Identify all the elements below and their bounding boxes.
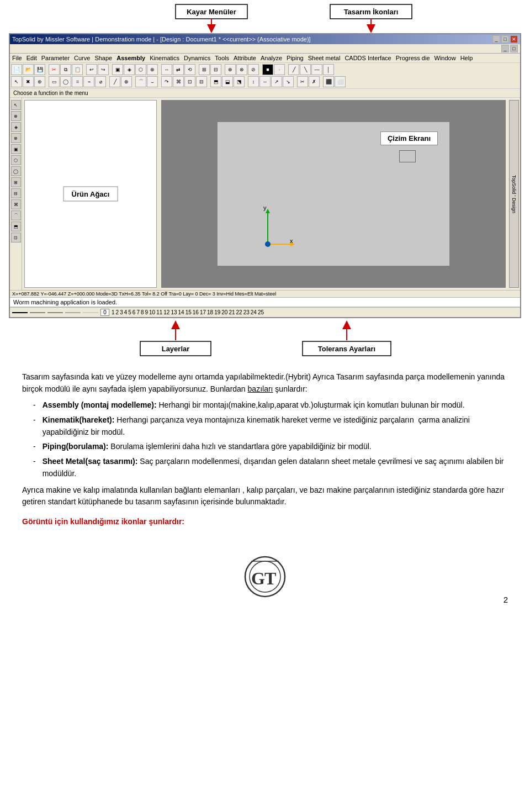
menu-curve[interactable]: Curve — [74, 55, 90, 61]
left-icon-4[interactable]: ⊗ — [11, 133, 21, 143]
tb-b15[interactable]: ╱ — [288, 64, 299, 75]
menu-help[interactable]: Help — [460, 55, 473, 61]
close-button[interactable]: ✕ — [510, 35, 518, 43]
tb2-b27[interactable]: ⬜ — [335, 76, 346, 87]
menu-tools[interactable]: Tools — [215, 55, 229, 61]
tb-b17[interactable]: — — [311, 64, 322, 75]
left-icon-1[interactable]: ↖ — [11, 100, 21, 110]
tb2-b7[interactable]: ⌁ — [83, 76, 94, 87]
tb-b2[interactable]: ◈ — [124, 64, 135, 75]
tb2-b1[interactable]: ↖ — [11, 76, 22, 87]
layer-14[interactable]: 14 — [178, 309, 184, 315]
tb-b6[interactable]: ⇄ — [173, 64, 184, 75]
tb2-b16[interactable]: ⊟ — [196, 76, 207, 87]
layer-15[interactable]: 15 — [186, 309, 192, 315]
layer-16[interactable]: 16 — [193, 309, 199, 315]
tb2-b25[interactable]: ✗ — [309, 76, 320, 87]
tb-b13[interactable]: ■ — [262, 64, 273, 75]
left-icon-12[interactable]: ⬒ — [11, 222, 21, 231]
tb2-b9[interactable]: ╱ — [109, 76, 120, 87]
layer-23[interactable]: 23 — [243, 309, 250, 315]
layer-11[interactable]: 11 — [156, 309, 162, 315]
menu-window[interactable]: Window — [434, 55, 456, 61]
tb-cut[interactable]: ✂ — [49, 64, 60, 75]
tb2-b5[interactable]: ◯ — [60, 76, 71, 87]
menu-sheetmetal[interactable]: Sheet metal — [308, 55, 341, 61]
tb2-b8[interactable]: ⌀ — [95, 76, 106, 87]
menu-attribute[interactable]: Attribute — [234, 55, 256, 61]
menu-cadds[interactable]: CADDS Interface — [344, 55, 391, 61]
tb-b14[interactable]: · — [274, 64, 285, 75]
tb2-b17[interactable]: ⬒ — [210, 76, 221, 87]
layer-6[interactable]: 6 — [132, 309, 136, 315]
layer-selected-box[interactable]: 0 — [100, 309, 109, 316]
left-icon-11[interactable]: ⌒ — [11, 210, 21, 220]
left-icon-10[interactable]: ⌘ — [11, 199, 21, 209]
menu-edit[interactable]: Edit — [26, 55, 37, 61]
tb2-b10[interactable]: ⊕ — [121, 76, 132, 87]
tb2-b3[interactable]: ⊛ — [34, 76, 45, 87]
layer-5[interactable]: 5 — [128, 309, 131, 315]
menu-piping[interactable]: Piping — [287, 55, 304, 61]
tb2-b26[interactable]: ⬛ — [323, 76, 334, 87]
tb2-b4[interactable]: ▭ — [49, 76, 60, 87]
layer-12[interactable]: 12 — [163, 309, 169, 315]
menu-kinematics[interactable]: Kinematics — [150, 55, 179, 61]
menu-analyze[interactable]: Analyze — [261, 55, 282, 61]
tb-b9[interactable]: ⊟ — [210, 64, 221, 75]
layer-19[interactable]: 19 — [214, 309, 220, 315]
tb2-b20[interactable]: ↕ — [248, 76, 259, 87]
menu-assembly[interactable]: Assembly — [116, 55, 145, 61]
tb-b1[interactable]: ▣ — [112, 64, 123, 75]
tb2-b15[interactable]: ⊡ — [184, 76, 195, 87]
tb-b11[interactable]: ⊗ — [236, 64, 247, 75]
tb-b18[interactable]: │ — [323, 64, 334, 75]
tb2-b18[interactable]: ⬓ — [222, 76, 233, 87]
tb-b7[interactable]: ⟲ — [184, 64, 195, 75]
left-icon-2[interactable]: ⊕ — [11, 111, 21, 121]
menu-file[interactable]: File — [12, 55, 22, 61]
layer-21[interactable]: 21 — [229, 309, 235, 315]
tb-copy[interactable]: ⧉ — [60, 64, 71, 75]
tb2-b21[interactable]: ↔ — [259, 76, 271, 87]
menu-shape[interactable]: Shape — [94, 55, 112, 61]
tb2-b11[interactable]: ⌒ — [135, 76, 146, 87]
menu-dynamics[interactable]: Dynamics — [184, 55, 210, 61]
tb-b8[interactable]: ⊞ — [199, 64, 210, 75]
tb-redo[interactable]: ↪ — [98, 64, 109, 75]
design-tab[interactable]: TopSolid ' Design — [509, 100, 519, 288]
left-icon-3[interactable]: ◈ — [11, 122, 21, 132]
tb2-b6[interactable]: ⌗ — [72, 76, 83, 87]
inner-minimize-button[interactable]: _ — [501, 45, 509, 52]
left-icon-9[interactable]: ⊟ — [11, 188, 21, 198]
menu-parameter[interactable]: Parameter — [41, 55, 70, 61]
layer-20[interactable]: 20 — [221, 309, 227, 315]
left-icon-8[interactable]: ⊞ — [11, 177, 21, 187]
layer-18[interactable]: 18 — [207, 309, 213, 315]
tb-save[interactable]: 💾 — [34, 64, 45, 75]
tb2-b2[interactable]: ✖ — [23, 76, 34, 87]
tb-new[interactable]: 📄 — [11, 64, 22, 75]
layer-3[interactable]: 3 — [120, 309, 123, 315]
layer-22[interactable]: 22 — [236, 309, 242, 315]
tb-b16[interactable]: ╲ — [300, 64, 311, 75]
layer-1[interactable]: 1 — [112, 309, 115, 315]
tb2-b22[interactable]: ↗ — [271, 76, 282, 87]
tb-b5[interactable]: ↔ — [161, 64, 172, 75]
tb2-b13[interactable]: ↷ — [161, 76, 172, 87]
tb-b3[interactable]: ⬡ — [135, 64, 146, 75]
tb-b10[interactable]: ⊕ — [225, 64, 236, 75]
menu-progressdie[interactable]: Progress die — [396, 55, 430, 61]
layer-2[interactable]: 2 — [116, 309, 119, 315]
layer-13[interactable]: 13 — [171, 309, 177, 315]
inner-restore-button[interactable]: □ — [510, 45, 518, 52]
tb2-b12[interactable]: ⌣ — [147, 76, 158, 87]
tb2-b24[interactable]: ✂ — [297, 76, 308, 87]
layer-7[interactable]: 7 — [136, 309, 140, 315]
minimize-button[interactable]: _ — [492, 35, 500, 43]
layer-24[interactable]: 24 — [251, 309, 257, 315]
tb2-b19[interactable]: ⬔ — [234, 76, 245, 87]
left-icon-5[interactable]: ▣ — [11, 144, 21, 154]
maximize-button[interactable]: □ — [501, 35, 509, 43]
layer-25[interactable]: 25 — [258, 309, 264, 315]
